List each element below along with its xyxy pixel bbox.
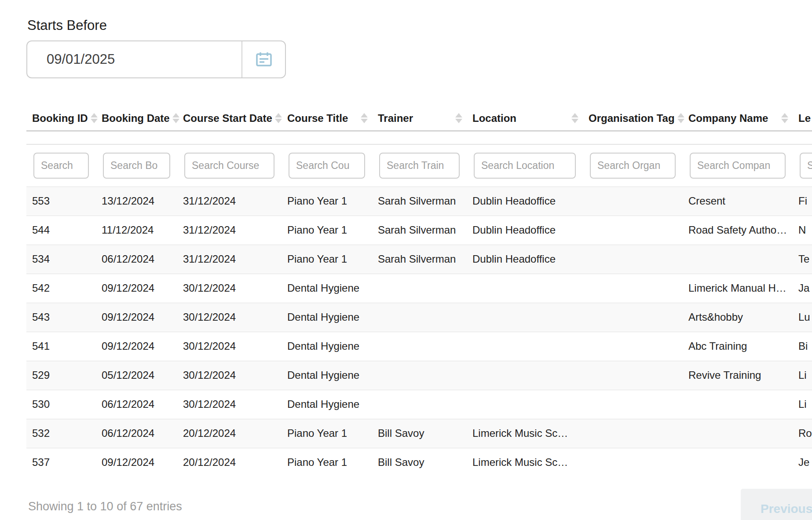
cell-booking-id: 534	[26, 245, 96, 274]
cell-learner: Fi	[793, 187, 812, 216]
cell-organisation-tag	[583, 274, 683, 303]
column-header-organisation-tag[interactable]: Organisation Tag	[583, 106, 683, 131]
table-row: 53206/12/202420/12/2024Piano Year 1Bill …	[26, 419, 812, 448]
search-cell-booking-date	[96, 144, 177, 187]
sort-icon	[781, 113, 788, 123]
cell-company-name: Limerick Manual H…	[683, 274, 793, 303]
cell-booking-date: 09/12/2024	[96, 448, 177, 477]
header-spacer-row	[26, 131, 812, 144]
cell-learner: N	[793, 216, 812, 245]
column-header-label: Organisation Tag	[589, 112, 675, 125]
cell-company-name: Cresent	[683, 187, 793, 216]
bookings-table: Booking IDBooking DateCourse Start DateC…	[26, 106, 812, 477]
column-header-label: Trainer	[378, 112, 413, 125]
table-row: 52905/12/202430/12/2024Dental HygieneRev…	[26, 361, 812, 390]
cell-booking-date: 13/12/2024	[96, 187, 177, 216]
cell-booking-id: 553	[26, 187, 96, 216]
column-header-course-start-date[interactable]: Course Start Date	[177, 106, 282, 131]
column-header-label: Le	[798, 112, 811, 125]
cell-location: Dublin Headoffice	[467, 216, 583, 245]
cell-course-title: Dental Hygiene	[282, 303, 372, 332]
column-header-course-title[interactable]: Course Title	[282, 106, 372, 131]
cell-learner: Te	[793, 245, 812, 274]
column-header-location[interactable]: Location	[467, 106, 583, 131]
cell-organisation-tag	[583, 361, 683, 390]
cell-course-start-date: 31/12/2024	[177, 187, 282, 216]
date-input-group	[26, 40, 286, 78]
search-cell-booking-id	[26, 144, 96, 187]
cell-organisation-tag	[583, 303, 683, 332]
search-cell-course-start-date	[177, 144, 282, 187]
starts-before-filter: Starts Before	[26, 18, 812, 78]
cell-booking-id: 530	[26, 390, 96, 419]
table-row: 55313/12/202431/12/2024Piano Year 1Sarah…	[26, 187, 812, 216]
column-header-booking-id[interactable]: Booking ID	[26, 106, 96, 131]
cell-booking-date: 06/12/2024	[96, 390, 177, 419]
cell-trainer	[372, 390, 467, 419]
search-input-location[interactable]	[474, 153, 576, 179]
cell-booking-id: 532	[26, 419, 96, 448]
calendar-button[interactable]	[242, 41, 285, 77]
cell-course-start-date: 30/12/2024	[177, 390, 282, 419]
cell-company-name	[683, 245, 793, 274]
cell-location	[467, 332, 583, 361]
cell-location: Dublin Headoffice	[467, 187, 583, 216]
column-header-company-name[interactable]: Company Name	[683, 106, 793, 131]
search-input-company-name[interactable]	[690, 153, 786, 179]
cell-course-title: Piano Year 1	[282, 245, 372, 274]
cell-booking-date: 06/12/2024	[96, 245, 177, 274]
column-header-label: Booking ID	[32, 112, 88, 125]
table-row: 53006/12/202430/12/2024Dental HygieneLi	[26, 390, 812, 419]
cell-company-name: Abc Training	[683, 332, 793, 361]
column-header-trainer[interactable]: Trainer	[372, 106, 467, 131]
cell-booking-id: 543	[26, 303, 96, 332]
column-search-row	[26, 144, 812, 187]
previous-page-button[interactable]: Previous	[741, 489, 812, 520]
cell-organisation-tag	[583, 390, 683, 419]
search-input-organisation-tag[interactable]	[590, 153, 676, 179]
table-header-row: Booking IDBooking DateCourse Start DateC…	[26, 106, 812, 131]
cell-learner: Li	[793, 361, 812, 390]
cell-booking-id: 537	[26, 448, 96, 477]
column-header-booking-date[interactable]: Booking Date	[96, 106, 177, 131]
header-spacer	[26, 131, 812, 144]
search-cell-organisation-tag	[583, 144, 683, 187]
column-header-label: Company Name	[688, 112, 768, 125]
search-input-learner[interactable]	[800, 153, 812, 179]
sort-icon	[677, 113, 684, 123]
cell-course-start-date: 30/12/2024	[177, 274, 282, 303]
cell-company-name: Road Safety Autho…	[683, 216, 793, 245]
cell-course-title: Piano Year 1	[282, 448, 372, 477]
search-cell-company-name	[683, 144, 793, 187]
search-input-booking-date[interactable]	[103, 153, 170, 179]
search-input-course-title[interactable]	[289, 153, 365, 179]
column-header-learner[interactable]: Le	[793, 106, 812, 131]
starts-before-date-input[interactable]	[27, 41, 241, 77]
cell-location	[467, 390, 583, 419]
sort-icon	[571, 113, 578, 123]
cell-trainer: Sarah Silverman	[372, 245, 467, 274]
cell-booking-date: 09/12/2024	[96, 303, 177, 332]
search-input-booking-id[interactable]	[33, 153, 89, 179]
table-row: 53406/12/202431/12/2024Piano Year 1Sarah…	[26, 245, 812, 274]
cell-company-name: Revive Training	[683, 361, 793, 390]
table-row: 54209/12/202430/12/2024Dental HygieneLim…	[26, 274, 812, 303]
cell-trainer	[372, 303, 467, 332]
cell-trainer	[372, 332, 467, 361]
table-row: 54411/12/202431/12/2024Piano Year 1Sarah…	[26, 216, 812, 245]
cell-booking-date: 05/12/2024	[96, 361, 177, 390]
cell-learner: Li	[793, 390, 812, 419]
cell-course-title: Dental Hygiene	[282, 361, 372, 390]
search-input-course-start-date[interactable]	[184, 153, 274, 179]
cell-course-start-date: 31/12/2024	[177, 216, 282, 245]
cell-trainer: Sarah Silverman	[372, 216, 467, 245]
cell-location: Limerick Music Sc…	[467, 448, 583, 477]
cell-location: Dublin Headoffice	[467, 245, 583, 274]
cell-trainer: Sarah Silverman	[372, 187, 467, 216]
search-input-trainer[interactable]	[379, 153, 460, 179]
calendar-icon	[255, 50, 273, 69]
bookings-table-viewport: Booking IDBooking DateCourse Start DateC…	[26, 106, 812, 477]
cell-learner: Ro	[793, 419, 812, 448]
showing-entries-text: Showing 1 to 10 of 67 entries	[28, 500, 182, 513]
column-header-label: Course Start Date	[183, 112, 272, 125]
